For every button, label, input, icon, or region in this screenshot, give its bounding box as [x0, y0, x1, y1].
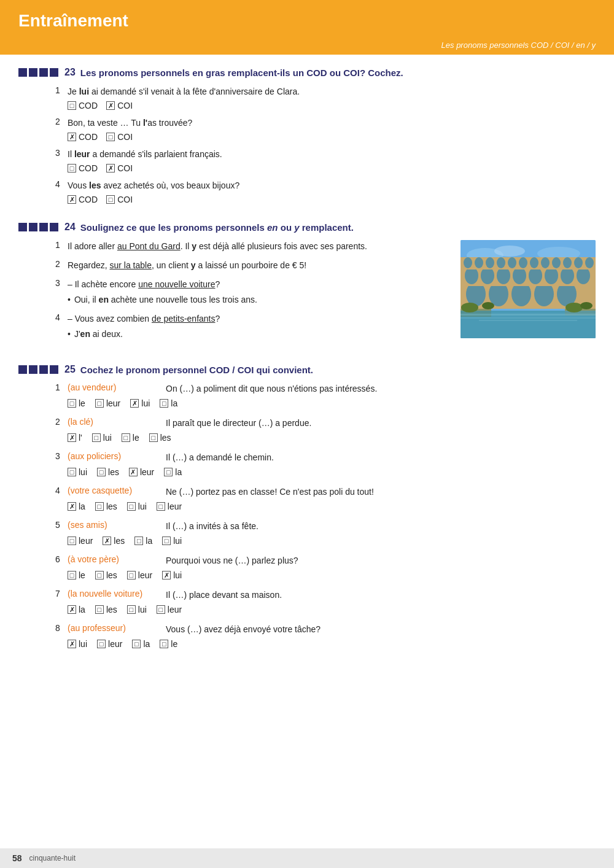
ex25-2-les-box[interactable]: □ — [149, 433, 158, 442]
ex25-5-leur-box[interactable]: □ — [68, 537, 76, 545]
block1 — [18, 223, 27, 231]
ex23-item-2-choices: ✗ COD □ COI — [68, 132, 596, 142]
ex25-7-lui[interactable]: □ lui — [127, 605, 147, 614]
ex25-item-1-sentence: On (…) a poliment dit que nous n'étions … — [166, 382, 596, 395]
ex25-4-lui[interactable]: □ lui — [127, 502, 147, 511]
ex25-7-la[interactable]: ✗ la — [68, 605, 85, 614]
ex25-4-leur-box[interactable]: □ — [157, 502, 165, 511]
ex25-1-lui[interactable]: ✗ lui — [130, 398, 150, 408]
ex25-3-leur-box[interactable]: ✗ — [129, 468, 138, 476]
ex25-6-lui-box[interactable]: ✗ — [162, 571, 171, 579]
ex23-2-cod-box[interactable]: ✗ — [68, 133, 76, 141]
ex25-1-leur-box[interactable]: □ — [95, 399, 104, 408]
ex25-2-les-label: les — [160, 433, 171, 443]
svg-point-22 — [561, 267, 574, 284]
ex25-2-l-box[interactable]: ✗ — [68, 433, 76, 442]
ex25-4-les-label: les — [106, 502, 117, 511]
ex25-4-la-box[interactable]: ✗ — [68, 502, 76, 511]
ex25-4-la[interactable]: ✗ la — [68, 502, 85, 511]
ex25-1-le-box[interactable]: □ — [68, 399, 76, 408]
ex25-8-leur-box[interactable]: □ — [97, 640, 106, 648]
ex25-5-la[interactable]: □ la — [134, 536, 152, 546]
ex23-item-2-num: 2 — [55, 117, 68, 126]
ex25-6-les[interactable]: □ les — [95, 570, 117, 580]
ex25-5-lui[interactable]: □ lui — [162, 536, 182, 546]
ex25-7-leur-box[interactable]: □ — [157, 605, 165, 614]
ex25-2-lui-label: lui — [103, 433, 112, 443]
ex25-4-les[interactable]: □ les — [95, 502, 117, 511]
ex23-2-coi-box[interactable]: □ — [106, 133, 115, 141]
ex25-8-le-box[interactable]: □ — [160, 640, 168, 648]
ex23-3-cod-box[interactable]: □ — [68, 164, 76, 172]
ex25-1-la[interactable]: □ la — [160, 398, 177, 408]
ex25-6-le[interactable]: □ le — [68, 570, 85, 580]
block3 — [39, 365, 48, 374]
ex23-item-4-num: 4 — [55, 179, 68, 189]
ex25-1-lui-box[interactable]: ✗ — [130, 399, 139, 408]
ex23-3-coi[interactable]: ✗ COI — [106, 163, 133, 173]
ex25-3-lui-box[interactable]: □ — [68, 468, 76, 476]
ex25-7-la-box[interactable]: ✗ — [68, 605, 76, 614]
ex25-6-leur-box[interactable]: □ — [127, 571, 136, 579]
ex23-1-coi[interactable]: ✗ COI — [106, 101, 133, 110]
ex25-2-l[interactable]: ✗ l' — [68, 433, 82, 443]
ex25-3-les[interactable]: □ les — [97, 467, 119, 477]
ex25-2-le-box[interactable]: □ — [122, 433, 130, 442]
ex23-4-coi-box[interactable]: □ — [106, 195, 115, 204]
ex23-1-cod[interactable]: □ COD — [68, 101, 98, 110]
ex25-item-4-sentence: Ne (…) portez pas en classe! Ce n'est pa… — [166, 486, 596, 498]
ex25-8-leur[interactable]: □ leur — [97, 639, 122, 649]
ex25-6-les-box[interactable]: □ — [95, 571, 104, 579]
ex25-2-lui[interactable]: □ lui — [92, 433, 112, 443]
ex23-item-4-text: Vous les avez achetés où, vos beaux bijo… — [68, 179, 596, 192]
ex25-6-le-box[interactable]: □ — [68, 571, 76, 579]
ex25-8-lui-box[interactable]: ✗ — [68, 640, 76, 648]
ex25-3-lui[interactable]: □ lui — [68, 467, 87, 477]
ex23-1-coi-box[interactable]: ✗ — [106, 101, 115, 110]
ex25-6-leur[interactable]: □ leur — [127, 570, 152, 580]
ex25-1-la-box[interactable]: □ — [160, 399, 168, 408]
ex25-3-la[interactable]: □ la — [164, 467, 182, 477]
ex25-4-les-box[interactable]: □ — [95, 502, 104, 511]
ex25-item-7-sentence: Il (…) place devant sa maison. — [166, 589, 596, 602]
ex25-2-lui-box[interactable]: □ — [92, 433, 101, 442]
ex25-2-les[interactable]: □ les — [149, 433, 171, 443]
ex25-5-lui-box[interactable]: □ — [162, 537, 171, 545]
ex23-3-cod[interactable]: □ COD — [68, 163, 98, 173]
ex23-4-cod-box[interactable]: ✗ — [68, 195, 76, 204]
ex23-4-coi[interactable]: □ COI — [106, 195, 133, 204]
ex25-1-leur[interactable]: □ leur — [95, 398, 120, 408]
ex25-3-leur[interactable]: ✗ leur — [129, 467, 154, 477]
ex23-2-cod[interactable]: ✗ COD — [68, 132, 98, 142]
ex25-5-les[interactable]: ✗ les — [103, 536, 125, 546]
ex23-1-cod-box[interactable]: □ — [68, 101, 76, 110]
ex25-7-leur[interactable]: □ leur — [157, 605, 182, 614]
ex25-4-lui-box[interactable]: □ — [127, 502, 136, 511]
ex25-7-les-box[interactable]: □ — [95, 605, 104, 614]
ex23-3-coi-box[interactable]: ✗ — [106, 164, 115, 172]
ex25-4-leur[interactable]: □ leur — [157, 502, 182, 511]
ex25-3-la-box[interactable]: □ — [164, 468, 173, 476]
ex25-8-le[interactable]: □ le — [160, 639, 177, 649]
ex23-4-cod[interactable]: ✗ COD — [68, 195, 98, 204]
ex23-2-coi[interactable]: □ COI — [106, 132, 133, 142]
block2 — [29, 365, 37, 374]
ex25-2-le[interactable]: □ le — [122, 433, 139, 443]
ex25-6-lui[interactable]: ✗ lui — [162, 570, 182, 580]
ex25-5-les-box[interactable]: ✗ — [103, 537, 111, 545]
ex25-2-l-label: l' — [79, 433, 82, 443]
ex25-7-lui-box[interactable]: □ — [127, 605, 136, 614]
ex23-item-4-choices: ✗ COD □ COI — [68, 195, 596, 204]
ex25-item-8-context: (au professeur) — [68, 623, 166, 633]
ex24-item-3-sub: •Oui, il en achète une nouvelle tous les… — [68, 293, 448, 306]
ex25-item-2-row: 2 (la clé) Il paraît que le directeur (…… — [55, 417, 596, 430]
ex25-8-la[interactable]: □ la — [132, 639, 150, 649]
ex25-1-le[interactable]: □ le — [68, 398, 85, 408]
ex25-5-leur[interactable]: □ leur — [68, 536, 93, 546]
ex25-5-la-box[interactable]: □ — [134, 537, 143, 545]
exercise-24-num: 24 — [64, 222, 76, 233]
ex25-8-lui[interactable]: ✗ lui — [68, 639, 87, 649]
ex25-7-les[interactable]: □ les — [95, 605, 117, 614]
ex25-3-les-box[interactable]: □ — [97, 468, 106, 476]
ex25-8-la-box[interactable]: □ — [132, 640, 141, 648]
